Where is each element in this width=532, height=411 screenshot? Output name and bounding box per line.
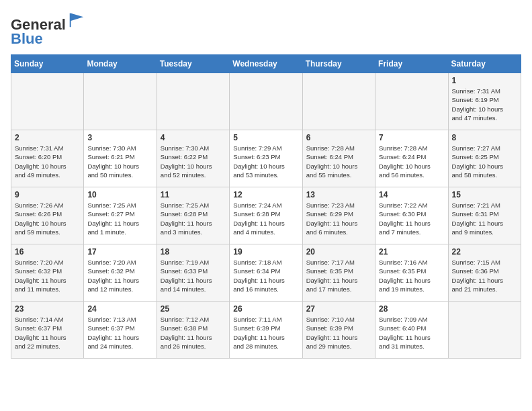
calendar-cell: 19Sunrise: 7:18 AM Sunset: 6:34 PM Dayli… — [230, 244, 302, 302]
day-info: Sunrise: 7:30 AM Sunset: 6:22 PM Dayligh… — [161, 144, 226, 179]
header-tuesday: Tuesday — [157, 55, 229, 73]
day-number: 8 — [452, 133, 517, 142]
header-sunday: Sunday — [11, 55, 84, 73]
calendar-cell — [11, 73, 84, 130]
calendar-cell — [84, 73, 157, 130]
day-number: 19 — [233, 247, 298, 257]
header-thursday: Thursday — [302, 55, 375, 73]
header-friday: Friday — [375, 55, 448, 73]
day-info: Sunrise: 7:14 AM Sunset: 6:37 PM Dayligh… — [15, 315, 80, 351]
calendar-cell: 26Sunrise: 7:11 AM Sunset: 6:39 PM Dayli… — [230, 302, 302, 359]
week-row-2: 2Sunrise: 7:31 AM Sunset: 6:20 PM Daylig… — [11, 130, 521, 187]
day-info: Sunrise: 7:30 AM Sunset: 6:21 PM Dayligh… — [87, 144, 152, 179]
day-info: Sunrise: 7:31 AM Sunset: 6:19 PM Dayligh… — [452, 87, 517, 122]
day-number: 25 — [161, 304, 226, 314]
calendar-cell — [375, 73, 448, 130]
calendar-cell — [302, 73, 375, 130]
day-info: Sunrise: 7:28 AM Sunset: 6:24 PM Dayligh… — [306, 144, 371, 179]
calendar-cell: 18Sunrise: 7:19 AM Sunset: 6:33 PM Dayli… — [157, 244, 229, 302]
day-info: Sunrise: 7:25 AM Sunset: 6:28 PM Dayligh… — [161, 201, 226, 236]
week-row-3: 9Sunrise: 7:26 AM Sunset: 6:26 PM Daylig… — [11, 187, 521, 244]
day-info: Sunrise: 7:24 AM Sunset: 6:28 PM Dayligh… — [233, 201, 298, 236]
day-number: 16 — [15, 247, 80, 257]
calendar-cell: 20Sunrise: 7:17 AM Sunset: 6:35 PM Dayli… — [302, 244, 375, 302]
calendar-cell: 14Sunrise: 7:22 AM Sunset: 6:30 PM Dayli… — [375, 187, 448, 244]
calendar-cell: 6Sunrise: 7:28 AM Sunset: 6:24 PM Daylig… — [302, 130, 375, 187]
header-monday: Monday — [84, 55, 157, 73]
calendar-cell: 2Sunrise: 7:31 AM Sunset: 6:20 PM Daylig… — [11, 130, 84, 187]
day-number: 1 — [452, 76, 517, 85]
calendar-cell: 7Sunrise: 7:28 AM Sunset: 6:24 PM Daylig… — [375, 130, 448, 187]
day-info: Sunrise: 7:25 AM Sunset: 6:27 PM Dayligh… — [87, 201, 152, 236]
day-info: Sunrise: 7:09 AM Sunset: 6:40 PM Dayligh… — [379, 315, 444, 351]
calendar-cell — [230, 73, 302, 130]
day-info: Sunrise: 7:12 AM Sunset: 6:38 PM Dayligh… — [161, 315, 226, 351]
day-info: Sunrise: 7:31 AM Sunset: 6:20 PM Dayligh… — [15, 144, 80, 179]
day-info: Sunrise: 7:10 AM Sunset: 6:39 PM Dayligh… — [306, 315, 371, 351]
calendar-cell: 8Sunrise: 7:27 AM Sunset: 6:25 PM Daylig… — [448, 130, 521, 187]
day-info: Sunrise: 7:27 AM Sunset: 6:25 PM Dayligh… — [452, 144, 517, 179]
day-info: Sunrise: 7:28 AM Sunset: 6:24 PM Dayligh… — [379, 144, 444, 179]
calendar-cell: 11Sunrise: 7:25 AM Sunset: 6:28 PM Dayli… — [157, 187, 229, 244]
calendar-cell: 4Sunrise: 7:30 AM Sunset: 6:22 PM Daylig… — [157, 130, 229, 187]
day-number: 24 — [87, 304, 152, 314]
calendar-cell: 15Sunrise: 7:21 AM Sunset: 6:31 PM Dayli… — [448, 187, 521, 244]
logo: General Blue — [11, 11, 86, 48]
calendar-cell: 25Sunrise: 7:12 AM Sunset: 6:38 PM Dayli… — [157, 302, 229, 359]
day-number: 27 — [306, 304, 371, 314]
header-saturday: Saturday — [448, 55, 521, 73]
day-info: Sunrise: 7:26 AM Sunset: 6:26 PM Dayligh… — [15, 201, 80, 236]
day-info: Sunrise: 7:21 AM Sunset: 6:31 PM Dayligh… — [452, 201, 517, 236]
day-number: 2 — [15, 133, 80, 142]
calendar-header-row: SundayMondayTuesdayWednesdayThursdayFrid… — [11, 55, 521, 73]
day-number: 28 — [379, 304, 444, 314]
day-info: Sunrise: 7:17 AM Sunset: 6:35 PM Dayligh… — [306, 258, 371, 293]
calendar-cell: 22Sunrise: 7:15 AM Sunset: 6:36 PM Dayli… — [448, 244, 521, 302]
day-info: Sunrise: 7:20 AM Sunset: 6:32 PM Dayligh… — [87, 258, 152, 293]
calendar-table: SundayMondayTuesdayWednesdayThursdayFrid… — [11, 54, 521, 359]
day-number: 7 — [379, 133, 444, 142]
day-number: 26 — [233, 304, 298, 314]
day-info: Sunrise: 7:16 AM Sunset: 6:35 PM Dayligh… — [379, 258, 444, 293]
calendar-cell: 27Sunrise: 7:10 AM Sunset: 6:39 PM Dayli… — [302, 302, 375, 359]
day-number: 12 — [233, 190, 298, 199]
day-number: 3 — [87, 133, 152, 142]
day-number: 18 — [161, 247, 226, 257]
day-number: 9 — [15, 190, 80, 199]
svg-marker-0 — [70, 13, 84, 28]
calendar-cell: 12Sunrise: 7:24 AM Sunset: 6:28 PM Dayli… — [230, 187, 302, 244]
day-info: Sunrise: 7:15 AM Sunset: 6:36 PM Dayligh… — [452, 258, 517, 293]
calendar-cell — [448, 302, 521, 359]
day-info: Sunrise: 7:19 AM Sunset: 6:33 PM Dayligh… — [161, 258, 226, 293]
day-number: 17 — [87, 247, 152, 257]
day-number: 20 — [306, 247, 371, 257]
week-row-5: 23Sunrise: 7:14 AM Sunset: 6:37 PM Dayli… — [11, 302, 521, 359]
calendar-cell: 1Sunrise: 7:31 AM Sunset: 6:19 PM Daylig… — [448, 73, 521, 130]
day-info: Sunrise: 7:20 AM Sunset: 6:32 PM Dayligh… — [15, 258, 80, 293]
day-number: 11 — [161, 190, 226, 199]
day-info: Sunrise: 7:23 AM Sunset: 6:29 PM Dayligh… — [306, 201, 371, 236]
day-info: Sunrise: 7:11 AM Sunset: 6:39 PM Dayligh… — [233, 315, 298, 351]
calendar-cell: 16Sunrise: 7:20 AM Sunset: 6:32 PM Dayli… — [11, 244, 84, 302]
day-number: 21 — [379, 247, 444, 257]
day-number: 4 — [161, 133, 226, 142]
day-info: Sunrise: 7:29 AM Sunset: 6:23 PM Dayligh… — [233, 144, 298, 179]
calendar-cell: 10Sunrise: 7:25 AM Sunset: 6:27 PM Dayli… — [84, 187, 157, 244]
calendar-cell: 3Sunrise: 7:30 AM Sunset: 6:21 PM Daylig… — [84, 130, 157, 187]
calendar-cell: 13Sunrise: 7:23 AM Sunset: 6:29 PM Dayli… — [302, 187, 375, 244]
logo-flag-icon — [67, 11, 86, 30]
day-info: Sunrise: 7:18 AM Sunset: 6:34 PM Dayligh… — [233, 258, 298, 293]
day-number: 14 — [379, 190, 444, 199]
calendar-cell: 24Sunrise: 7:13 AM Sunset: 6:37 PM Dayli… — [84, 302, 157, 359]
header-wednesday: Wednesday — [230, 55, 302, 73]
week-row-1: 1Sunrise: 7:31 AM Sunset: 6:19 PM Daylig… — [11, 73, 521, 130]
day-number: 5 — [233, 133, 298, 142]
calendar-cell: 28Sunrise: 7:09 AM Sunset: 6:40 PM Dayli… — [375, 302, 448, 359]
day-number: 15 — [452, 190, 517, 199]
calendar-cell — [157, 73, 229, 130]
calendar-cell: 17Sunrise: 7:20 AM Sunset: 6:32 PM Dayli… — [84, 244, 157, 302]
week-row-4: 16Sunrise: 7:20 AM Sunset: 6:32 PM Dayli… — [11, 244, 521, 302]
calendar-cell: 21Sunrise: 7:16 AM Sunset: 6:35 PM Dayli… — [375, 244, 448, 302]
day-info: Sunrise: 7:22 AM Sunset: 6:30 PM Dayligh… — [379, 201, 444, 236]
day-number: 10 — [87, 190, 152, 199]
